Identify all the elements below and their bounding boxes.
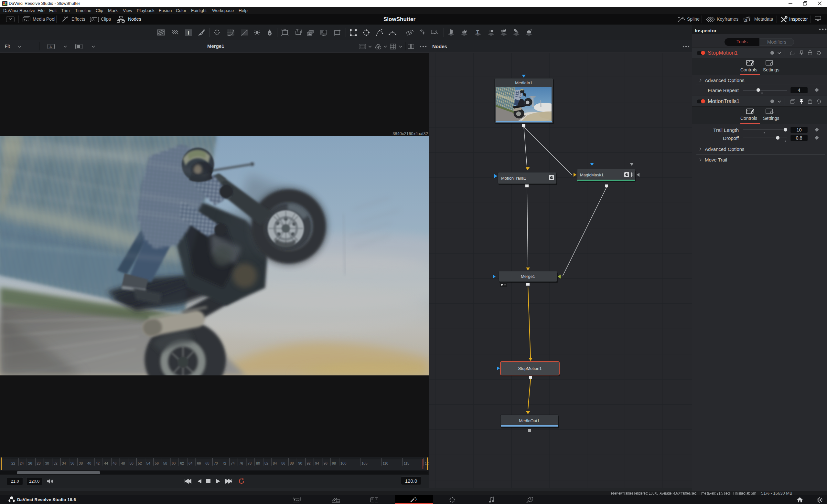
svg-text:44: 44	[104, 461, 108, 465]
svg-text:36: 36	[70, 461, 75, 465]
svg-text:58: 58	[163, 461, 167, 465]
svg-text:A: A	[49, 45, 52, 49]
svg-text:94: 94	[315, 461, 319, 465]
svg-text:66: 66	[197, 461, 201, 465]
svg-text:MediaIn1: MediaIn1	[515, 80, 532, 85]
svg-text:90: 90	[298, 461, 302, 465]
svg-text:28: 28	[37, 461, 40, 465]
svg-text:38: 38	[79, 461, 83, 465]
svg-text:MediaOut1: MediaOut1	[519, 418, 540, 423]
svg-text:StopMotion1: StopMotion1	[518, 366, 542, 371]
svg-text:76: 76	[239, 461, 243, 465]
svg-text:86: 86	[281, 461, 285, 465]
svg-text:56: 56	[155, 461, 159, 465]
svg-text:48: 48	[121, 461, 125, 465]
svg-text:34: 34	[62, 461, 66, 465]
svg-text:100: 100	[340, 461, 346, 465]
svg-text:64: 64	[189, 461, 192, 465]
svg-text:105: 105	[361, 461, 367, 465]
svg-text:98: 98	[332, 461, 336, 465]
svg-text:40: 40	[87, 461, 91, 465]
svg-text:92: 92	[307, 461, 311, 465]
svg-text:80: 80	[256, 461, 260, 465]
svg-text:Merge1: Merge1	[521, 274, 535, 279]
svg-text:68: 68	[205, 461, 209, 465]
svg-text:50: 50	[129, 461, 133, 465]
svg-text:24: 24	[20, 461, 23, 465]
svg-text:22: 22	[11, 461, 15, 465]
svg-text:42: 42	[96, 461, 100, 465]
svg-text:88: 88	[290, 461, 294, 465]
svg-text:110: 110	[383, 461, 388, 465]
svg-text:82: 82	[264, 461, 268, 465]
svg-text:T: T	[187, 30, 190, 36]
svg-text:115: 115	[404, 461, 409, 465]
svg-text:96: 96	[324, 461, 328, 465]
svg-text:70: 70	[214, 461, 217, 465]
svg-text:54: 54	[146, 461, 150, 465]
svg-text:46: 46	[112, 461, 116, 465]
svg-text:MagicMask1: MagicMask1	[580, 172, 603, 177]
svg-text:60: 60	[172, 461, 176, 465]
svg-text:62: 62	[180, 461, 184, 465]
svg-text:72: 72	[223, 461, 226, 465]
svg-text:30: 30	[45, 461, 49, 465]
svg-text:32: 32	[54, 461, 57, 465]
svg-text:74: 74	[231, 461, 235, 465]
svg-text:78: 78	[248, 461, 251, 465]
svg-text:52: 52	[138, 461, 142, 465]
svg-text:MotionTrails1: MotionTrails1	[501, 176, 526, 181]
svg-text:B: B	[745, 18, 748, 21]
svg-text:26: 26	[28, 461, 32, 465]
svg-text:T: T	[476, 29, 479, 35]
svg-text:84: 84	[273, 461, 277, 465]
